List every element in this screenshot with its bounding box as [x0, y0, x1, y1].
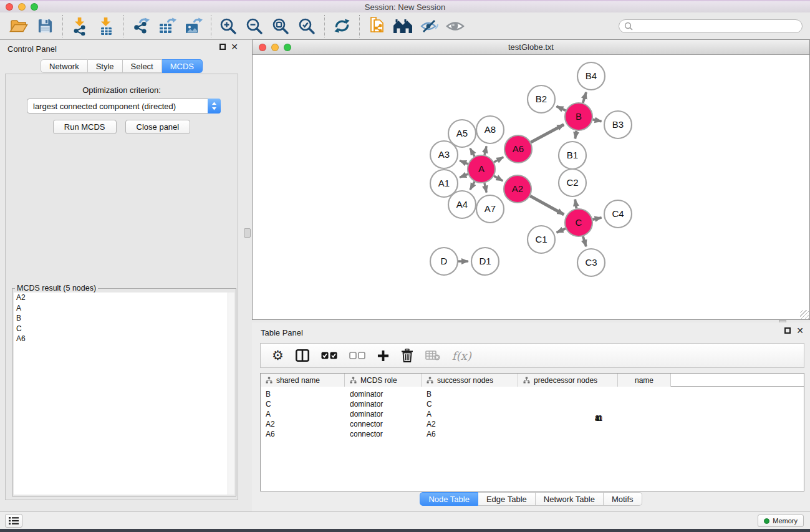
function-builder-button[interactable]: f(x)	[452, 349, 471, 362]
table-tab-edge-table[interactable]: Edge Table	[478, 492, 536, 506]
import-table-button[interactable]	[95, 15, 117, 37]
svg-text:A3: A3	[438, 149, 450, 160]
delete-table-button[interactable]	[425, 351, 440, 360]
table-row[interactable]: Bdominator41B	[261, 389, 804, 399]
result-scrollbar[interactable]	[228, 293, 234, 495]
edge-C-C2[interactable]	[575, 200, 576, 209]
column-visibility-button[interactable]	[296, 349, 309, 362]
zoom-in-button[interactable]	[217, 15, 239, 37]
table-row[interactable]: Cdominator41C	[261, 399, 804, 409]
node-B1[interactable]: B1	[559, 142, 586, 169]
column-header-MCDS-role[interactable]: MCDS role	[345, 374, 422, 387]
refresh-button[interactable]	[330, 15, 353, 37]
memory-button[interactable]: Memory	[758, 515, 804, 527]
search-input[interactable]	[636, 21, 797, 31]
window-resize-grip[interactable]	[800, 310, 809, 319]
export-network-button[interactable]	[130, 15, 152, 37]
table-float-panel-icon[interactable]	[784, 327, 791, 334]
select-all-button[interactable]	[321, 352, 337, 359]
edge-B-B1[interactable]	[575, 131, 576, 139]
show-all-button[interactable]	[444, 15, 466, 37]
edge-A2-C[interactable]	[530, 196, 564, 215]
edge-B-B4[interactable]	[583, 92, 586, 103]
hide-selected-button[interactable]	[418, 15, 440, 37]
open-session-button[interactable]	[7, 15, 30, 37]
table-row[interactable]: A6connector11A6	[261, 429, 804, 439]
edge-A-A5[interactable]	[470, 148, 475, 157]
edge-C-C1[interactable]	[557, 228, 566, 232]
node-A8[interactable]: A8	[476, 116, 504, 143]
mcds-result-item[interactable]: C	[14, 324, 234, 334]
network-canvas[interactable]: AA1A2A3A4A5A6A7A8BB1B2B3B4CC1C2C3C4DD1	[253, 56, 809, 319]
column-header-shared-name[interactable]: shared name	[261, 374, 345, 387]
export-image-button[interactable]	[182, 15, 205, 37]
search-field[interactable]	[619, 19, 803, 33]
column-header-successor-nodes[interactable]: successor nodes	[422, 374, 518, 387]
mcds-result-item[interactable]: A6	[14, 334, 234, 344]
node-A4[interactable]: A4	[448, 191, 476, 218]
node-C2[interactable]: C2	[559, 169, 586, 196]
zoom-out-button[interactable]	[243, 15, 266, 37]
edge-A-A7[interactable]	[485, 183, 486, 192]
criterion-dropdown[interactable]: largest connected component (directed)	[27, 99, 221, 114]
node-A2[interactable]: A2	[504, 175, 531, 203]
column-header-predecessor-nodes[interactable]: predecessor nodes	[518, 374, 618, 387]
deselect-all-button[interactable]	[349, 352, 365, 359]
zoom-selected-button[interactable]	[296, 15, 318, 37]
edge-A6-B[interactable]	[531, 125, 564, 142]
mcds-result-item[interactable]: B	[14, 313, 234, 324]
node-A[interactable]: A	[468, 155, 495, 183]
node-A6[interactable]: A6	[504, 135, 532, 163]
node-B[interactable]: B	[565, 103, 592, 130]
float-panel-icon[interactable]	[219, 44, 226, 50]
import-network-button[interactable]	[69, 15, 91, 37]
task-history-button[interactable]	[5, 514, 22, 528]
run-mcds-button[interactable]: Run MCDS	[53, 120, 117, 134]
tab-network[interactable]: Network	[41, 59, 88, 73]
edge-A-A1[interactable]	[460, 174, 468, 177]
table-settings-button[interactable]: ⚙	[272, 349, 284, 362]
node-C4[interactable]: C4	[604, 200, 632, 228]
node-B4[interactable]: B4	[577, 62, 605, 90]
close-panel-button[interactable]: Close panel	[125, 120, 191, 134]
node-B3[interactable]: B3	[604, 111, 632, 138]
vertical-splitter-handle[interactable]	[244, 228, 251, 238]
node-A5[interactable]: A5	[448, 120, 476, 147]
column-header-name[interactable]: name	[618, 374, 671, 387]
table-close-panel-icon[interactable]: ✕	[796, 327, 804, 334]
node-D[interactable]: D	[430, 248, 458, 275]
node-C[interactable]: C	[565, 209, 592, 236]
delete-column-button[interactable]	[401, 349, 413, 362]
delete-table-icon	[425, 351, 440, 360]
node-A7[interactable]: A7	[476, 195, 504, 223]
close-panel-icon[interactable]: ✕	[231, 44, 238, 50]
save-session-button[interactable]	[34, 15, 56, 37]
tab-mcds[interactable]: MCDS	[162, 59, 203, 73]
table-tab-node-table[interactable]: Node Table	[420, 492, 478, 506]
add-column-button[interactable]	[377, 350, 389, 362]
edge-C-C4[interactable]	[592, 218, 601, 220]
new-session-from-network-button[interactable]	[365, 15, 388, 37]
node-D1[interactable]: D1	[471, 248, 499, 275]
edge-A-A2[interactable]	[494, 176, 503, 181]
edge-A-A4[interactable]	[470, 181, 475, 190]
home-button[interactable]	[392, 15, 414, 37]
edge-B-B2[interactable]	[556, 106, 566, 110]
status-bar: Memory	[0, 511, 810, 529]
tab-select[interactable]: Select	[123, 59, 162, 73]
node-C3[interactable]: C3	[577, 249, 605, 276]
mcds-result-item[interactable]: A2	[14, 293, 234, 303]
tab-style[interactable]: Style	[88, 59, 123, 73]
zoom-fit-button[interactable]	[269, 15, 292, 37]
mcds-result-item[interactable]: A	[14, 303, 234, 314]
edge-A-A8[interactable]	[485, 146, 486, 155]
edge-C-C3[interactable]	[583, 236, 586, 246]
export-table-button[interactable]	[156, 15, 178, 37]
table-tab-motifs[interactable]: Motifs	[604, 492, 642, 506]
node-B2[interactable]: B2	[528, 85, 555, 113]
edge-A-A6[interactable]	[494, 157, 503, 162]
node-C1[interactable]: C1	[528, 226, 555, 253]
edge-B-B3[interactable]	[593, 120, 602, 122]
edge-A-A3[interactable]	[460, 161, 468, 164]
table-tab-network-table[interactable]: Network Table	[536, 492, 604, 506]
